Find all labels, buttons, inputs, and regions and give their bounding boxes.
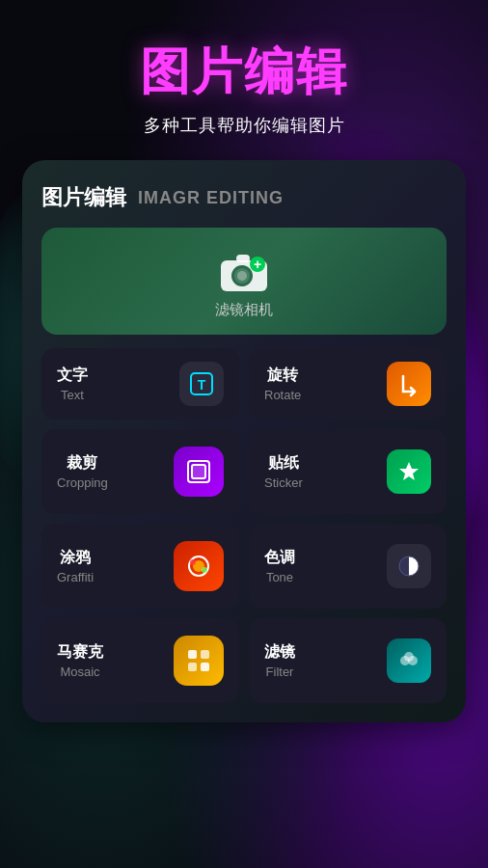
tool-mosaic-cn: 马赛克 — [57, 642, 103, 663]
tool-rotate-labels: 旋转 Rotate — [264, 366, 301, 402]
svg-point-3 — [237, 271, 247, 281]
svg-point-14 — [190, 559, 196, 565]
tool-rotate-en: Rotate — [264, 388, 301, 402]
tool-mosaic-labels: 马赛克 Mosaic — [57, 642, 103, 679]
page-content: 图片编辑 多种工具帮助你编辑图片 图片编辑 IMAGR EDITING — [0, 0, 488, 742]
tool-sticker-labels: 贴纸 Sticker — [264, 453, 303, 490]
tool-sticker[interactable]: 贴纸 Sticker — [249, 429, 447, 514]
sub-title: 多种工具帮助你编辑图片 — [144, 114, 345, 137]
tool-tone-labels: 色调 Tone — [264, 548, 295, 584]
tool-filter[interactable]: 滤镜 Filter — [249, 618, 447, 703]
svg-point-15 — [202, 567, 207, 573]
camera-label: 滤镜相机 — [215, 301, 273, 319]
svg-rect-19 — [201, 650, 209, 659]
tool-graffiti-labels: 涂鸦 Graffiti — [57, 548, 94, 584]
tool-crop-cn: 裁剪 — [57, 453, 108, 474]
tool-tone-en: Tone — [264, 570, 295, 584]
crop-icon — [174, 447, 224, 497]
svg-point-24 — [404, 652, 414, 662]
tool-rotate[interactable]: 旋转 Rotate — [249, 348, 447, 420]
main-title: 图片编辑 — [140, 39, 348, 106]
tool-tone[interactable]: 色调 Tone — [249, 524, 447, 609]
svg-text:T: T — [198, 377, 206, 393]
tool-rotate-cn: 旋转 — [264, 366, 301, 386]
camera-icon: + — [219, 251, 269, 293]
tool-text-en: Text — [57, 388, 88, 402]
svg-rect-18 — [188, 650, 197, 659]
tool-filter-en: Filter — [264, 665, 295, 679]
tool-sticker-en: Sticker — [264, 475, 303, 490]
tool-filter-labels: 滤镜 Filter — [264, 642, 295, 679]
tool-text-labels: 文字 Text — [57, 366, 88, 402]
card-title-cn: 图片编辑 — [41, 183, 126, 212]
tool-crop-en: Cropping — [57, 475, 108, 490]
filter-icon — [387, 638, 431, 683]
camera-filter-button[interactable]: + 滤镜相机 — [41, 228, 447, 335]
svg-rect-20 — [188, 663, 197, 671]
mosaic-icon — [174, 636, 224, 686]
rotate-icon — [387, 362, 431, 406]
card-header: 图片编辑 IMAGR EDITING — [41, 183, 447, 212]
tone-icon — [387, 544, 431, 588]
svg-rect-21 — [201, 663, 209, 671]
tool-mosaic[interactable]: 马赛克 Mosaic — [41, 618, 239, 703]
tool-mosaic-en: Mosaic — [57, 665, 103, 679]
tool-crop-labels: 裁剪 Cropping — [57, 453, 108, 490]
tool-filter-cn: 滤镜 — [264, 642, 295, 663]
tool-text-cn: 文字 — [57, 366, 88, 386]
tool-graffiti[interactable]: 涂鸦 Graffiti — [41, 524, 239, 609]
text-icon: T — [179, 362, 224, 406]
svg-text:+: + — [254, 257, 261, 272]
tool-crop[interactable]: 裁剪 Cropping — [41, 429, 239, 514]
tools-grid: 文字 Text T 旋转 Rotate — [41, 348, 447, 703]
sticker-icon — [387, 449, 431, 494]
main-card: 图片编辑 IMAGR EDITING + 滤镜相机 — [22, 160, 466, 722]
svg-rect-4 — [236, 255, 250, 262]
card-title-en: IMAGR EDITING — [138, 188, 284, 208]
svg-marker-11 — [399, 462, 419, 480]
tool-graffiti-cn: 涂鸦 — [57, 548, 94, 568]
svg-rect-10 — [192, 465, 205, 478]
graffiti-icon — [174, 541, 224, 591]
tool-graffiti-en: Graffiti — [57, 570, 94, 584]
tool-tone-cn: 色调 — [264, 548, 295, 568]
tool-sticker-cn: 贴纸 — [264, 453, 303, 474]
tool-text[interactable]: 文字 Text T — [41, 348, 239, 420]
